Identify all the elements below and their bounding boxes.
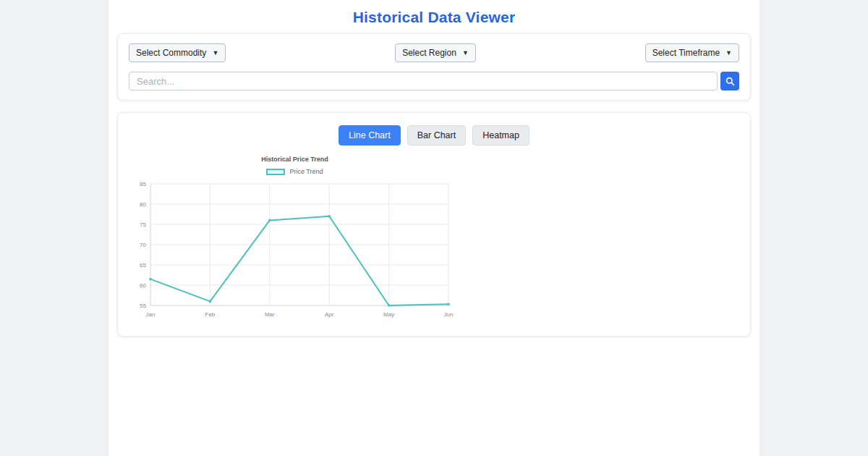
- tab-line-chart[interactable]: Line Chart: [339, 125, 401, 145]
- filters-card: Select Commodity ▼ Select Region ▼ Selec…: [117, 33, 751, 101]
- chart-block: Historical Price Trend Price Trend 55606…: [130, 156, 459, 321]
- chevron-down-icon: ▼: [462, 50, 469, 56]
- svg-text:May: May: [383, 311, 394, 318]
- svg-text:60: 60: [140, 282, 146, 289]
- svg-text:70: 70: [140, 242, 146, 248]
- tab-heatmap[interactable]: Heatmap: [472, 125, 529, 145]
- region-select-label: Select Region: [402, 48, 456, 58]
- search-input[interactable]: [129, 72, 718, 90]
- commodity-select[interactable]: Select Commodity ▼: [129, 43, 226, 62]
- svg-text:Feb: Feb: [205, 311, 216, 318]
- page-title: Historical Data Viewer: [109, 6, 760, 33]
- search-button[interactable]: [720, 72, 739, 90]
- svg-text:75: 75: [140, 221, 146, 228]
- chart-legend: Price Trend: [130, 168, 459, 175]
- svg-text:80: 80: [140, 201, 146, 208]
- search-row: [129, 72, 739, 90]
- commodity-select-label: Select Commodity: [136, 48, 206, 58]
- page-container: Historical Data Viewer Select Commodity …: [109, 0, 760, 456]
- chevron-down-icon: ▼: [212, 50, 218, 56]
- chart-type-tabs: Line ChartBar ChartHeatmap: [129, 125, 739, 145]
- legend-swatch: [266, 169, 285, 175]
- timeframe-select-label: Select Timeframe: [652, 48, 720, 58]
- svg-text:Jan: Jan: [146, 311, 156, 318]
- svg-text:85: 85: [140, 181, 146, 187]
- line-chart: 55606570758085JanFebMarAprMayJun: [130, 180, 457, 318]
- tab-bar-chart[interactable]: Bar Chart: [407, 125, 467, 145]
- svg-text:65: 65: [140, 262, 146, 269]
- chart-card: Line ChartBar ChartHeatmap Historical Pr…: [117, 112, 751, 337]
- search-icon: [726, 77, 735, 86]
- svg-text:Jun: Jun: [444, 311, 454, 318]
- filter-row: Select Commodity ▼ Select Region ▼ Selec…: [129, 43, 739, 62]
- timeframe-select[interactable]: Select Timeframe ▼: [645, 43, 739, 62]
- legend-label: Price Trend: [289, 168, 323, 175]
- svg-text:55: 55: [140, 303, 146, 309]
- chevron-down-icon: ▼: [726, 50, 732, 56]
- svg-text:Apr: Apr: [325, 311, 334, 318]
- region-select[interactable]: Select Region ▼: [395, 43, 476, 62]
- svg-text:Mar: Mar: [265, 311, 275, 318]
- chart-title: Historical Price Trend: [130, 156, 459, 163]
